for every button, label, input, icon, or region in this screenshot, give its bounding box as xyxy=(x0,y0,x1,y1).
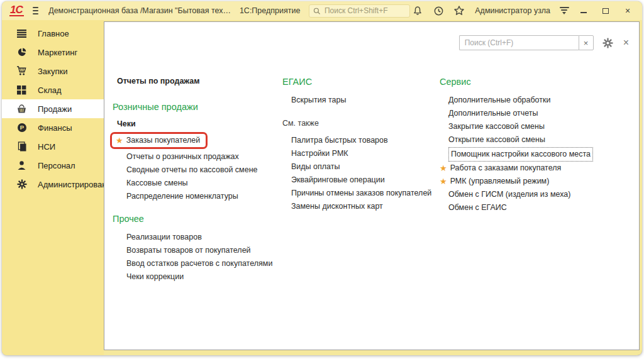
menu-item[interactable]: Работа с заказами покупателя xyxy=(450,162,562,175)
menu-item[interactable]: Обмен с ГИСМ (изделия из меха) xyxy=(448,188,628,201)
sidebar-item-label: Продажи xyxy=(38,104,72,114)
notifications-bell-icon[interactable] xyxy=(410,4,425,18)
person-icon xyxy=(16,160,27,171)
sidebar-item-personal[interactable]: Персонал xyxy=(2,156,104,175)
highlighted-menu-row: Заказы покупателей xyxy=(110,132,208,149)
books-icon xyxy=(16,141,27,152)
settings-gear-icon[interactable] xyxy=(602,38,613,48)
basket-icon xyxy=(16,104,27,114)
maximize-button[interactable] xyxy=(597,4,614,18)
1c-logo-icon: 1С xyxy=(9,5,24,16)
main-menu-icon xyxy=(16,28,27,39)
history-icon[interactable] xyxy=(431,4,446,18)
hamburger-menu-icon[interactable] xyxy=(33,7,38,14)
minimize-button[interactable] xyxy=(575,4,592,18)
sidebar-item-label: Склад xyxy=(38,86,62,95)
see-also-label: См. также xyxy=(282,117,433,130)
sidebar-item-sklad[interactable]: Склад xyxy=(2,80,104,99)
menu-item[interactable]: Дополнительные отчеты xyxy=(448,107,628,120)
menu-item[interactable]: Ввод остатков расчетов с покупателями xyxy=(126,257,282,270)
sidebar-item-label: НСИ xyxy=(38,142,55,152)
menu-item[interactable]: Палитра быстрых товаров xyxy=(291,134,433,147)
menu-search-input[interactable] xyxy=(459,35,579,50)
menu-item[interactable]: Сводные отчеты по кассовой смене xyxy=(126,163,282,177)
menu-item[interactable]: РМК (управляемый режим) xyxy=(450,175,550,188)
sidebar-item-administrirovanie[interactable]: Администрирование xyxy=(2,175,104,194)
sidebar-item-zakupki[interactable]: Закупки xyxy=(2,62,104,80)
ruble-icon: Р xyxy=(16,123,27,133)
global-search-box[interactable] xyxy=(309,4,410,18)
starred-menu-item[interactable]: РМК (управляемый режим) xyxy=(440,175,628,188)
sidebar-item-nsi[interactable]: НСИ xyxy=(2,137,104,156)
sidebar-item-prodazhi[interactable]: Продажи xyxy=(2,99,104,118)
menu-item[interactable]: Открытие кассовой смены xyxy=(448,133,628,146)
menu-group-checks[interactable]: Чеки xyxy=(117,118,282,131)
gear-icon xyxy=(16,179,27,190)
menu-column-egais: ЕГАИС Вскрытия тары См. также Палитра бы… xyxy=(282,75,433,213)
current-user[interactable]: Администратор узла xyxy=(475,6,550,15)
menu-item[interactable]: Причины отмены заказов покупателей xyxy=(291,187,433,200)
customer-orders-highlight[interactable]: Заказы покупателей xyxy=(110,132,208,149)
sidebar-item-label: Закупки xyxy=(38,67,67,76)
menu-section-retail-sales[interactable]: Розничные продажи xyxy=(113,100,282,114)
menu-item[interactable]: Настройки РМК xyxy=(291,147,433,160)
sidebar-item-label: Финансы xyxy=(38,123,72,133)
section-menu-panel: × × Отчеты по продажам Розничн xyxy=(104,21,640,350)
favorite-star-icon xyxy=(440,175,447,188)
section-sidebar: Главное Маркетинг Закупки xyxy=(2,20,104,355)
cart-icon xyxy=(16,66,27,77)
sidebar-item-label: Персонал xyxy=(38,161,75,170)
global-search-input[interactable] xyxy=(325,6,406,15)
menu-item[interactable]: Чеки коррекции xyxy=(126,270,282,284)
menu-item[interactable]: Эквайринговые операции xyxy=(291,174,433,187)
menu-item[interactable]: Обмен с ЕГАИС xyxy=(448,201,628,214)
favorite-star-icon xyxy=(116,136,123,145)
menu-item[interactable]: Реализации товаров xyxy=(126,231,282,244)
app-window: 1С Демонстрационная база /Магазин "Бытов… xyxy=(2,1,642,355)
menu-section-egais[interactable]: ЕГАИС xyxy=(282,75,433,89)
favorite-star-icon xyxy=(440,162,447,175)
menu-item[interactable]: Отчеты о розничных продажах xyxy=(126,150,282,163)
menu-column-service: Сервис Дополнительные обработки Дополнит… xyxy=(440,75,628,214)
menu-item[interactable]: Возвраты товаров от покупателей xyxy=(126,244,282,257)
service-settings-icon[interactable] xyxy=(558,7,570,14)
sidebar-item-label: Маркетинг xyxy=(38,48,77,57)
menu-section-other[interactable]: Прочее xyxy=(113,212,282,226)
menu-item[interactable]: Вскрытия тары xyxy=(291,94,433,107)
menu-item[interactable]: Виды оплаты xyxy=(291,160,433,174)
menu-search-row: × × xyxy=(459,35,629,50)
sidebar-item-marketing[interactable]: Маркетинг xyxy=(2,43,104,62)
pie-chart-icon xyxy=(16,47,27,58)
search-icon xyxy=(313,7,320,15)
menu-item[interactable]: Замены дисконтных карт xyxy=(291,200,433,213)
clear-search-button[interactable]: × xyxy=(579,35,594,50)
menu-item[interactable]: Кассовые смены xyxy=(126,177,282,190)
grid-icon xyxy=(16,85,27,96)
sidebar-item-label: Главное xyxy=(38,29,69,38)
menu-item[interactable]: Закрытие кассовой смены xyxy=(448,120,628,133)
favorites-star-icon[interactable] xyxy=(452,4,467,18)
svg-text:Р: Р xyxy=(19,124,24,131)
sidebar-item-glavnoe[interactable]: Главное xyxy=(2,24,104,43)
database-title: Демонстрационная база /Магазин "Бытовая … xyxy=(48,6,231,15)
close-window-button[interactable]: × xyxy=(619,4,636,18)
sidebar-item-finansy[interactable]: Р Финансы xyxy=(2,118,104,137)
menu-item-customer-orders[interactable]: Заказы покупателей xyxy=(126,135,201,146)
close-menu-icon[interactable]: × xyxy=(623,38,629,48)
menu-item-pos-setup-assistant[interactable]: Помощник настройки кассового места xyxy=(448,147,593,162)
menu-section-service[interactable]: Сервис xyxy=(440,75,628,89)
menu-item[interactable]: Распределение номенклатуры xyxy=(126,190,282,203)
menu-column-retail: Отчеты по продажам Розничные продажи Чек… xyxy=(113,75,282,284)
focused-menu-row: Помощник настройки кассового места xyxy=(448,146,628,162)
app-name: 1С:Предприятие xyxy=(240,6,301,15)
starred-menu-item[interactable]: Работа с заказами покупателя xyxy=(440,162,628,175)
menu-item[interactable]: Дополнительные обработки xyxy=(448,94,628,107)
title-bar: 1С Демонстрационная база /Магазин "Бытов… xyxy=(2,1,642,20)
menu-group-sales-reports[interactable]: Отчеты по продажам xyxy=(117,75,282,88)
